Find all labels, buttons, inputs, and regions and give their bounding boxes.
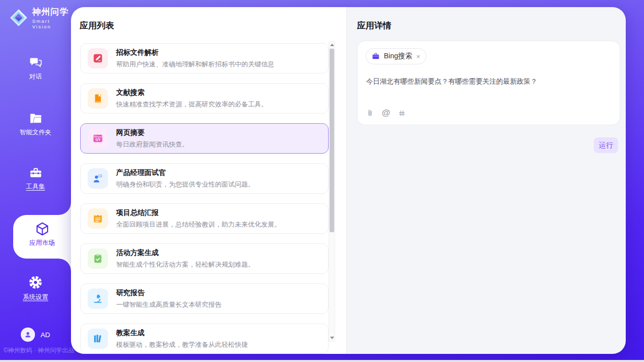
app-name: 教案生成	[116, 329, 248, 338]
app-card-research-report[interactable]: 研究报告 一键智能生成高质量长文本研究报告	[80, 283, 329, 314]
copyright-text: ©神州数码 · 神州问学出品	[4, 346, 75, 355]
app-list-panel: 应用列表 招标文件解析 帮助用户快速、准确地理解和解析招标书中的关键信息	[71, 7, 346, 354]
folder-icon	[29, 112, 43, 125]
tool-chip-bing-search[interactable]: Bing搜索 ×	[366, 48, 426, 64]
app-desc: 智能生成个性化活动方案，轻松解决规划难题。	[116, 260, 255, 269]
at-icon[interactable]: @	[382, 108, 390, 118]
toolbox-icon	[29, 166, 43, 179]
app-name: 产品经理面试官	[116, 168, 255, 177]
sidebar-item-label: 智能文件夹	[0, 128, 71, 137]
sidebar: 神州问学 Smart Vision 对话 智能文件夹	[0, 0, 71, 360]
sidebar-item-label: 系统设置	[0, 293, 71, 302]
avatar	[21, 328, 35, 342]
app-name: 网页摘要	[116, 128, 189, 137]
brand-logo: 神州问学 Smart Vision	[9, 6, 71, 29]
user-account[interactable]: AD	[0, 328, 71, 342]
brand-name: 神州问学	[32, 6, 71, 18]
user-icon	[24, 331, 32, 339]
app-card-event-plan[interactable]: 活动方案生成 智能生成个性化活动方案，轻松解决规划难题。	[80, 243, 329, 274]
chat-icon	[29, 56, 43, 69]
app-list-title: 应用列表	[80, 20, 114, 31]
app-card-project-summary[interactable]: 项目总结汇报 全面回顾项目进展，总结经验教训，助力未来优化发展。	[80, 203, 329, 234]
brand-subtitle: Smart Vision	[32, 18, 71, 29]
book-icon	[88, 88, 108, 108]
arrow-up-icon	[330, 44, 334, 46]
app-background: 神州问学 Smart Vision 对话 智能文件夹	[0, 0, 644, 360]
query-text[interactable]: 今日湖北有哪些新闻要点？有哪些需要关注的最新政策？	[366, 77, 612, 87]
sidebar-item-label: 对话	[0, 73, 71, 81]
app-name: 研究报告	[116, 288, 222, 298]
main-panel: 应用列表 招标文件解析 帮助用户快速、准确地理解和解析招标书中的关键信息	[71, 7, 626, 354]
scrollbar-thumb[interactable]	[330, 49, 334, 232]
app-desc: 明确身份和职责，为您提供专业性的面试问题。	[116, 180, 255, 189]
hash-icon[interactable]	[398, 110, 406, 117]
cube-icon	[35, 222, 50, 236]
run-button[interactable]: 运行	[594, 137, 618, 153]
sidebar-item-smart-folder[interactable]: 智能文件夹	[0, 112, 71, 137]
chip-close-icon[interactable]: ×	[416, 53, 420, 60]
sidebar-item-label: 工具集	[0, 183, 71, 191]
app-list-scrollbar	[329, 41, 335, 342]
scrollbar-up-button[interactable]	[329, 42, 335, 48]
user-initials: AD	[41, 331, 50, 339]
books-icon	[88, 329, 108, 349]
app-desc: 每日政府新闻资讯快查。	[116, 140, 189, 149]
app-desc: 模板驱动，教案秒成，教学准备从此轻松快捷	[116, 340, 248, 349]
paperclip-icon[interactable]	[366, 109, 374, 118]
app-desc: 帮助用户快速、准确地理解和解析招标书中的关键信息	[116, 60, 274, 69]
sidebar-item-settings[interactable]: 系统设置	[0, 275, 71, 302]
sidebar-item-chat[interactable]: 对话	[0, 56, 71, 81]
document-edit-icon	[88, 48, 108, 68]
app-list: 招标文件解析 帮助用户快速、准确地理解和解析招标书中的关键信息 文献搜索	[80, 43, 329, 354]
microscope-icon	[88, 288, 108, 309]
app-card-web-summary[interactable]: 网页摘要 每日政府新闻资讯快查。	[80, 123, 329, 154]
sidebar-item-label: 应用市场	[13, 239, 71, 247]
interviewer-icon	[88, 168, 108, 189]
app-card-literature-search[interactable]: 文献搜索 快速精准查找学术资源，提高研究效率的必备工具。	[80, 83, 329, 114]
browser-code-icon	[88, 128, 108, 149]
sidebar-item-app-market[interactable]: 应用市场	[13, 215, 71, 259]
app-detail-title: 应用详情	[357, 20, 391, 31]
app-card-bid-document-parsing[interactable]: 招标文件解析 帮助用户快速、准确地理解和解析招标书中的关键信息	[80, 43, 329, 74]
scrollbar-down-button[interactable]	[329, 335, 335, 341]
diamond-logo-icon	[9, 8, 28, 27]
app-name: 项目总结汇报	[116, 208, 281, 218]
app-name: 活动方案生成	[116, 248, 255, 258]
report-calendar-icon	[88, 208, 108, 229]
app-desc: 快速精准查找学术资源，提高研究效率的必备工具。	[116, 100, 268, 109]
app-detail-panel: 应用详情 Bing搜索 × 今日湖北有哪些新闻要点？有哪些需要关注的最新政策？	[346, 7, 626, 354]
app-name: 招标文件解析	[116, 48, 274, 57]
briefcase-icon	[372, 52, 380, 60]
app-card-lesson-plan[interactable]: 教案生成 模板驱动，教案秒成，教学准备从此轻松快捷	[80, 323, 329, 354]
arrow-down-icon	[330, 337, 334, 339]
sidebar-item-toolset[interactable]: 工具集	[0, 166, 71, 191]
gear-icon	[28, 275, 43, 289]
app-name: 文献搜索	[116, 88, 268, 97]
query-composer[interactable]: Bing搜索 × 今日湖北有哪些新闻要点？有哪些需要关注的最新政策？ @	[357, 41, 620, 125]
clipboard-check-icon	[88, 248, 108, 269]
page-bottom-edge	[0, 360, 644, 362]
composer-toolbar: @	[366, 108, 406, 118]
tool-chip-label: Bing搜索	[384, 52, 412, 61]
app-desc: 一键智能生成高质量长文本研究报告	[116, 300, 222, 309]
app-card-pm-interviewer[interactable]: 产品经理面试官 明确身份和职责，为您提供专业性的面试问题。	[80, 163, 329, 194]
app-desc: 全面回顾项目进展，总结经验教训，助力未来优化发展。	[116, 220, 281, 229]
